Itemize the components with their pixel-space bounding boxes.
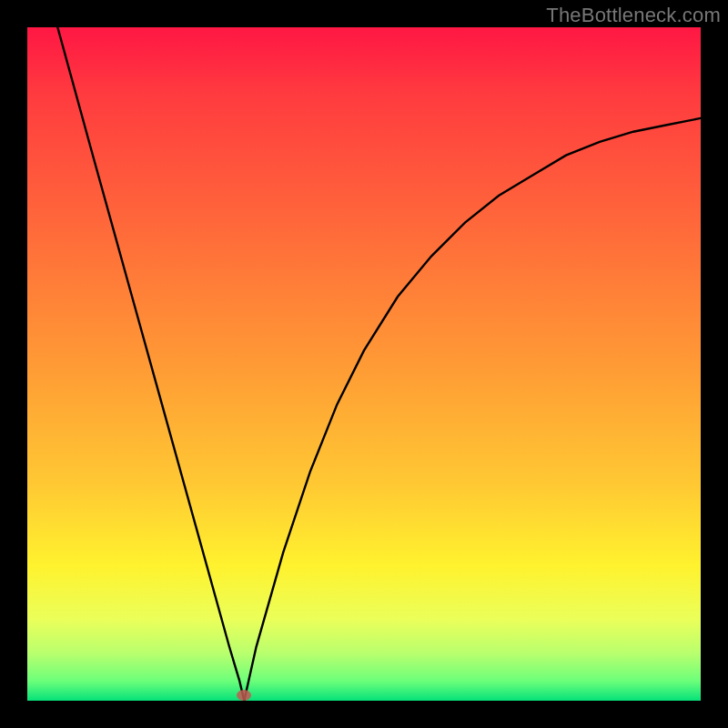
curve-right-branch: [244, 118, 701, 701]
watermark-label: TheBottleneck.com: [546, 4, 721, 27]
chart-plot-area: [27, 27, 701, 701]
bottleneck-curve: [27, 27, 701, 701]
curve-left-branch: [57, 27, 244, 701]
chart-frame: TheBottleneck.com: [0, 0, 728, 728]
